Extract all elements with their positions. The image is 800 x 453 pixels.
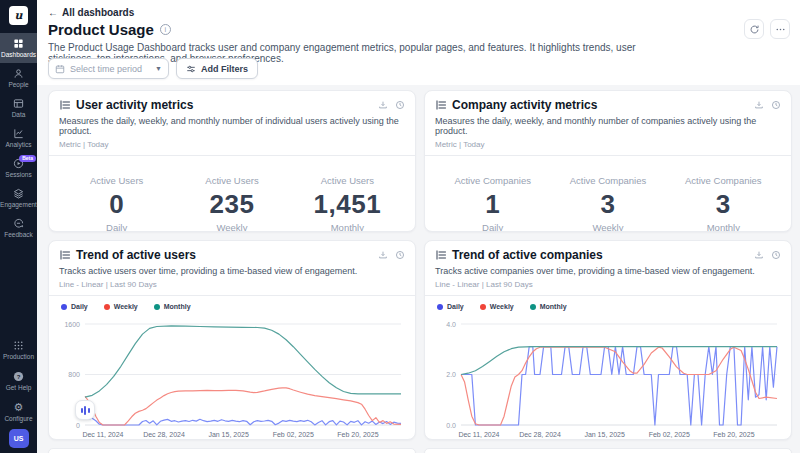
legend-item[interactable]: Weekly xyxy=(480,303,514,310)
metric-label: Active Users xyxy=(290,175,405,186)
clock-icon[interactable] xyxy=(771,250,781,260)
card-meta: Line - Linear | Last 90 Days xyxy=(59,280,405,289)
card-trend-active-companies: Trend of active companies Tracks active … xyxy=(424,240,792,440)
add-filters-button[interactable]: Add Filters xyxy=(176,58,258,79)
chart-legend: Daily Weekly Monthly xyxy=(437,303,781,310)
sidebar-item-engagement[interactable]: Engagement xyxy=(0,183,37,213)
line-chart: 08001600Dec 11, 2024Dec 28, 2024Jan 15, … xyxy=(59,312,405,440)
sidebar-item-dashboards[interactable]: Dashboards xyxy=(0,33,37,63)
calendar-icon xyxy=(55,64,65,74)
metric-value: 0 xyxy=(59,189,174,220)
metric-period: Weekly xyxy=(550,222,665,232)
metric: Active Companies 3 Monthly xyxy=(666,175,781,232)
metric-period: Weekly xyxy=(174,222,289,232)
sidebar-item-configure[interactable]: ⚙ Configure xyxy=(0,396,37,427)
legend-item[interactable]: Monthly xyxy=(154,303,191,310)
legend-dot xyxy=(530,304,536,310)
time-period-placeholder: Select time period xyxy=(70,64,150,74)
card-partial xyxy=(424,448,792,453)
svg-text:Dec 11, 2024: Dec 11, 2024 xyxy=(458,431,499,438)
people-icon xyxy=(13,68,24,79)
more-options-button[interactable] xyxy=(770,19,790,39)
clock-icon[interactable] xyxy=(395,100,405,110)
legend-item[interactable]: Daily xyxy=(437,303,464,310)
svg-text:Feb 20, 2025: Feb 20, 2025 xyxy=(337,431,378,438)
metric-value: 1,451 xyxy=(290,189,405,220)
sidebar-item-people[interactable]: People xyxy=(0,63,37,93)
legend-item[interactable]: Daily xyxy=(61,303,88,310)
sidebar-item-label: Production xyxy=(3,353,34,360)
help-icon: ? xyxy=(13,371,24,382)
user-avatar[interactable]: US xyxy=(9,429,29,448)
chart-legend: Daily Weekly Monthly xyxy=(61,303,405,310)
svg-text:0.0: 0.0 xyxy=(446,422,456,429)
metric-value: 3 xyxy=(666,189,781,220)
sidebar-item-analytics[interactable]: Analytics xyxy=(0,123,37,153)
sidebar-item-data[interactable]: Data xyxy=(0,93,37,123)
svg-text:4.0: 4.0 xyxy=(446,321,456,328)
download-icon[interactable] xyxy=(754,250,764,260)
analytics-icon xyxy=(13,128,24,139)
sidebar-item-label: Data xyxy=(12,111,26,118)
sidebar-item-label: Get Help xyxy=(6,384,32,391)
metric-period: Monthly xyxy=(666,222,781,232)
sidebar-item-get-help[interactable]: ? Get Help xyxy=(0,365,37,396)
metric-period: Daily xyxy=(435,222,550,232)
metric-period: Monthly xyxy=(290,222,405,232)
info-icon[interactable]: i xyxy=(160,24,171,35)
sidebar-item-feedback[interactable]: Feedback xyxy=(0,213,37,243)
download-icon[interactable] xyxy=(754,100,764,110)
ellipsis-icon xyxy=(775,24,786,35)
card-meta: Metric | Today xyxy=(59,140,405,149)
breadcrumb[interactable]: ← All dashboards xyxy=(48,7,134,18)
legend-dot xyxy=(437,304,443,310)
metric: Active Companies 3 Weekly xyxy=(550,175,665,232)
breadcrumb-label: All dashboards xyxy=(62,7,134,18)
sidebar-bottom: Production ? Get Help ⚙ Configure US xyxy=(0,334,37,453)
refresh-icon xyxy=(749,24,760,35)
svg-text:Feb 02, 2025: Feb 02, 2025 xyxy=(649,431,690,438)
sidebar-item-label: Dashboards xyxy=(1,51,36,58)
svg-text:?: ? xyxy=(17,373,21,379)
card-meta: Line - Linear | Last 90 Days xyxy=(435,280,781,289)
sidebar-item-sessions[interactable]: Beta Sessions xyxy=(0,153,37,183)
dashboards-icon xyxy=(13,38,24,49)
legend-item[interactable]: Monthly xyxy=(530,303,567,310)
equalizer-icon xyxy=(84,406,86,415)
refresh-button[interactable] xyxy=(744,19,764,39)
sidebar-item-production[interactable]: Production xyxy=(0,334,37,365)
production-icon xyxy=(13,340,24,351)
widget-launcher-button[interactable] xyxy=(75,400,95,420)
card-title: User activity metrics xyxy=(76,98,373,112)
sidebar-item-label: Engagement xyxy=(0,201,37,208)
legend-label: Daily xyxy=(71,303,88,310)
download-icon[interactable] xyxy=(378,250,388,260)
clock-icon[interactable] xyxy=(395,250,405,260)
card-title: Trend of active users xyxy=(76,248,373,262)
chart-svg: 0.02.04.0Dec 11, 2024Dec 28, 2024Jan 15,… xyxy=(435,312,781,440)
equalizer-icon xyxy=(81,408,83,413)
engagement-icon xyxy=(13,188,24,199)
metric-period: Daily xyxy=(59,222,174,232)
metric-label: Active Companies xyxy=(666,175,781,186)
svg-text:Jan 15, 2025: Jan 15, 2025 xyxy=(584,431,625,438)
dashboard-content: User activity metrics Measures the daily… xyxy=(37,85,800,453)
metric-label: Active Companies xyxy=(435,175,550,186)
app-logo[interactable]: u xyxy=(9,6,28,25)
main-area: ← All dashboards Product Usage i The Pro… xyxy=(37,0,800,453)
clock-icon[interactable] xyxy=(771,100,781,110)
legend-item[interactable]: Weekly xyxy=(104,303,138,310)
time-period-select[interactable]: Select time period ▼ xyxy=(48,58,169,79)
metric-label: Active Users xyxy=(174,175,289,186)
sidebar: u Dashboards People Data Analytics xyxy=(0,0,37,453)
metric: Active Users 0 Daily xyxy=(59,175,174,232)
svg-text:Jan 15, 2025: Jan 15, 2025 xyxy=(208,431,249,438)
card-title: Trend of active companies xyxy=(452,248,749,262)
svg-text:Dec 28, 2024: Dec 28, 2024 xyxy=(519,431,561,438)
card-user-activity-metrics: User activity metrics Measures the daily… xyxy=(48,90,416,232)
legend-dot xyxy=(154,304,160,310)
download-icon[interactable] xyxy=(378,100,388,110)
svg-text:Dec 11, 2024: Dec 11, 2024 xyxy=(82,431,123,438)
card-title: Company activity metrics xyxy=(452,98,749,112)
card-partial xyxy=(48,448,416,453)
